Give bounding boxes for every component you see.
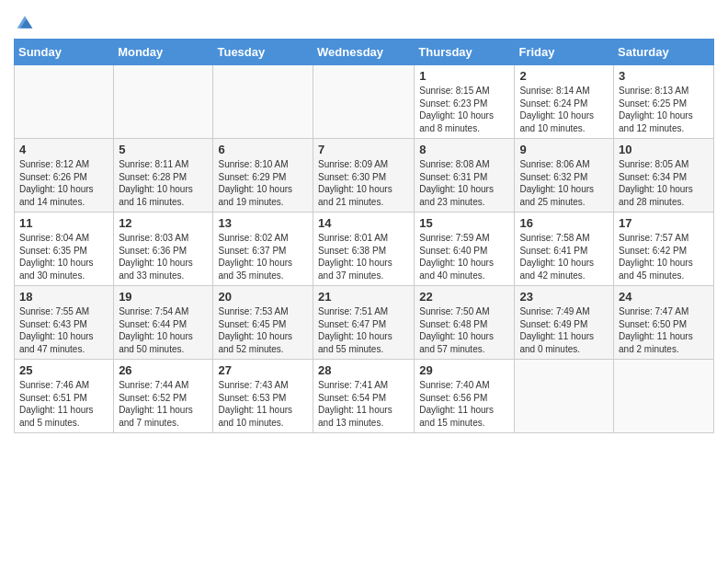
day-number: 19	[119, 290, 208, 304]
page-header	[14, 9, 714, 31]
calendar-cell: 6Sunrise: 8:10 AM Sunset: 6:29 PM Daylig…	[213, 139, 313, 213]
day-number: 22	[419, 290, 509, 304]
calendar-cell: 11Sunrise: 8:04 AM Sunset: 6:35 PM Dayli…	[15, 213, 114, 286]
day-info: Sunrise: 8:11 AM Sunset: 6:28 PM Dayligh…	[119, 158, 208, 208]
calendar-cell	[15, 65, 114, 139]
calendar-week-row: 1Sunrise: 8:15 AM Sunset: 6:23 PM Daylig…	[15, 65, 714, 139]
day-info: Sunrise: 7:43 AM Sunset: 6:53 PM Dayligh…	[218, 379, 308, 429]
calendar-cell: 25Sunrise: 7:46 AM Sunset: 6:51 PM Dayli…	[15, 360, 114, 433]
calendar-cell: 16Sunrise: 7:58 AM Sunset: 6:41 PM Dayli…	[515, 213, 614, 286]
day-info: Sunrise: 8:03 AM Sunset: 6:36 PM Dayligh…	[119, 232, 208, 282]
day-info: Sunrise: 8:10 AM Sunset: 6:29 PM Dayligh…	[218, 158, 308, 208]
day-number: 4	[19, 143, 108, 156]
calendar-cell: 13Sunrise: 8:02 AM Sunset: 6:37 PM Dayli…	[213, 213, 313, 286]
day-info: Sunrise: 7:49 AM Sunset: 6:49 PM Dayligh…	[519, 305, 609, 355]
day-info: Sunrise: 8:15 AM Sunset: 6:23 PM Dayligh…	[419, 85, 509, 134]
day-info: Sunrise: 8:02 AM Sunset: 6:37 PM Dayligh…	[218, 232, 308, 282]
day-number: 18	[19, 290, 108, 304]
calendar-cell	[114, 65, 213, 139]
day-number: 28	[318, 363, 409, 377]
day-info: Sunrise: 8:05 AM Sunset: 6:34 PM Dayligh…	[619, 158, 709, 208]
calendar-cell: 27Sunrise: 7:43 AM Sunset: 6:53 PM Dayli…	[213, 360, 313, 433]
day-number: 21	[318, 290, 409, 304]
calendar-cell: 18Sunrise: 7:55 AM Sunset: 6:43 PM Dayli…	[15, 286, 114, 360]
calendar-header-row: SundayMondayTuesdayWednesdayThursdayFrid…	[15, 40, 714, 65]
day-number: 3	[619, 69, 709, 83]
day-info: Sunrise: 8:01 AM Sunset: 6:38 PM Dayligh…	[318, 232, 409, 282]
calendar-cell: 15Sunrise: 7:59 AM Sunset: 6:40 PM Dayli…	[415, 213, 515, 286]
logo-icon	[16, 13, 34, 31]
day-number: 2	[519, 69, 609, 83]
day-info: Sunrise: 7:55 AM Sunset: 6:43 PM Dayligh…	[19, 305, 108, 355]
day-info: Sunrise: 8:13 AM Sunset: 6:25 PM Dayligh…	[619, 85, 709, 134]
day-number: 26	[119, 363, 208, 377]
day-info: Sunrise: 8:04 AM Sunset: 6:35 PM Dayligh…	[19, 232, 108, 282]
calendar-week-row: 18Sunrise: 7:55 AM Sunset: 6:43 PM Dayli…	[15, 286, 714, 360]
day-info: Sunrise: 7:41 AM Sunset: 6:54 PM Dayligh…	[318, 379, 409, 429]
day-info: Sunrise: 7:40 AM Sunset: 6:56 PM Dayligh…	[419, 379, 509, 429]
header-sunday: Sunday	[15, 40, 114, 65]
day-info: Sunrise: 7:44 AM Sunset: 6:52 PM Dayligh…	[119, 379, 208, 429]
day-number: 5	[119, 143, 208, 156]
calendar-cell	[614, 360, 714, 433]
day-number: 20	[218, 290, 308, 304]
calendar-cell: 29Sunrise: 7:40 AM Sunset: 6:56 PM Dayli…	[415, 360, 515, 433]
day-info: Sunrise: 7:51 AM Sunset: 6:47 PM Dayligh…	[318, 305, 409, 355]
day-info: Sunrise: 7:57 AM Sunset: 6:42 PM Dayligh…	[619, 232, 709, 282]
calendar-cell: 19Sunrise: 7:54 AM Sunset: 6:44 PM Dayli…	[114, 286, 213, 360]
day-number: 6	[218, 143, 308, 156]
day-info: Sunrise: 8:08 AM Sunset: 6:31 PM Dayligh…	[419, 158, 509, 208]
calendar-cell: 1Sunrise: 8:15 AM Sunset: 6:23 PM Daylig…	[415, 65, 515, 139]
calendar-cell: 8Sunrise: 8:08 AM Sunset: 6:31 PM Daylig…	[415, 139, 515, 213]
day-number: 24	[619, 290, 709, 304]
header-thursday: Thursday	[415, 40, 515, 65]
calendar-week-row: 25Sunrise: 7:46 AM Sunset: 6:51 PM Dayli…	[15, 360, 714, 433]
day-info: Sunrise: 7:53 AM Sunset: 6:45 PM Dayligh…	[218, 305, 308, 355]
day-number: 14	[318, 216, 409, 230]
day-info: Sunrise: 8:12 AM Sunset: 6:26 PM Dayligh…	[19, 158, 108, 208]
header-monday: Monday	[114, 40, 213, 65]
calendar-cell: 21Sunrise: 7:51 AM Sunset: 6:47 PM Dayli…	[313, 286, 415, 360]
day-info: Sunrise: 7:59 AM Sunset: 6:40 PM Dayligh…	[419, 232, 509, 282]
calendar-cell	[313, 65, 415, 139]
day-number: 15	[419, 216, 509, 230]
logo	[14, 9, 34, 31]
day-number: 7	[318, 143, 409, 156]
day-number: 8	[419, 143, 509, 156]
calendar-week-row: 11Sunrise: 8:04 AM Sunset: 6:35 PM Dayli…	[15, 213, 714, 286]
calendar-cell: 3Sunrise: 8:13 AM Sunset: 6:25 PM Daylig…	[614, 65, 714, 139]
calendar-cell: 24Sunrise: 7:47 AM Sunset: 6:50 PM Dayli…	[614, 286, 714, 360]
day-number: 25	[19, 363, 108, 377]
calendar-week-row: 4Sunrise: 8:12 AM Sunset: 6:26 PM Daylig…	[15, 139, 714, 213]
day-number: 10	[619, 143, 709, 156]
day-number: 27	[218, 363, 308, 377]
day-number: 1	[419, 69, 509, 83]
calendar-cell: 2Sunrise: 8:14 AM Sunset: 6:24 PM Daylig…	[515, 65, 614, 139]
day-info: Sunrise: 8:06 AM Sunset: 6:32 PM Dayligh…	[519, 158, 609, 208]
day-number: 17	[619, 216, 709, 230]
day-number: 23	[519, 290, 609, 304]
day-number: 9	[519, 143, 609, 156]
calendar-cell: 10Sunrise: 8:05 AM Sunset: 6:34 PM Dayli…	[614, 139, 714, 213]
calendar-cell: 28Sunrise: 7:41 AM Sunset: 6:54 PM Dayli…	[313, 360, 415, 433]
day-number: 11	[19, 216, 108, 230]
day-info: Sunrise: 7:46 AM Sunset: 6:51 PM Dayligh…	[19, 379, 108, 429]
calendar-cell: 5Sunrise: 8:11 AM Sunset: 6:28 PM Daylig…	[114, 139, 213, 213]
calendar-cell: 22Sunrise: 7:50 AM Sunset: 6:48 PM Dayli…	[415, 286, 515, 360]
calendar-table: SundayMondayTuesdayWednesdayThursdayFrid…	[14, 39, 714, 433]
calendar-cell: 9Sunrise: 8:06 AM Sunset: 6:32 PM Daylig…	[515, 139, 614, 213]
calendar-cell: 26Sunrise: 7:44 AM Sunset: 6:52 PM Dayli…	[114, 360, 213, 433]
calendar-cell: 17Sunrise: 7:57 AM Sunset: 6:42 PM Dayli…	[614, 213, 714, 286]
day-number: 16	[519, 216, 609, 230]
header-tuesday: Tuesday	[213, 40, 313, 65]
calendar-cell: 23Sunrise: 7:49 AM Sunset: 6:49 PM Dayli…	[515, 286, 614, 360]
calendar-cell: 4Sunrise: 8:12 AM Sunset: 6:26 PM Daylig…	[15, 139, 114, 213]
day-info: Sunrise: 7:47 AM Sunset: 6:50 PM Dayligh…	[619, 305, 709, 355]
calendar-cell: 12Sunrise: 8:03 AM Sunset: 6:36 PM Dayli…	[114, 213, 213, 286]
calendar-cell	[213, 65, 313, 139]
day-number: 12	[119, 216, 208, 230]
calendar-cell: 20Sunrise: 7:53 AM Sunset: 6:45 PM Dayli…	[213, 286, 313, 360]
day-info: Sunrise: 7:50 AM Sunset: 6:48 PM Dayligh…	[419, 305, 509, 355]
calendar-cell	[515, 360, 614, 433]
header-saturday: Saturday	[614, 40, 714, 65]
